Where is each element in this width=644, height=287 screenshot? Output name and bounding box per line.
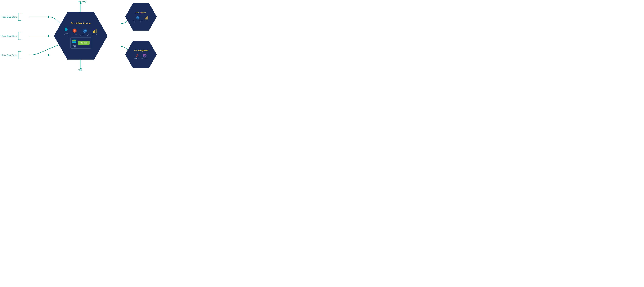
center-hex-shape: Credit Monitoring Data Factory [54, 12, 108, 59]
discovery-label: Discovery [78, 0, 86, 2]
svg-point-35 [144, 56, 145, 57]
read-data-store-top: Read Data Store [2, 13, 21, 21]
risk-management-title: Risk Management [134, 50, 148, 51]
svg-point-23 [72, 40, 76, 41]
loan-approval-hex: Loan Approval Synapse Analytics [125, 3, 157, 30]
bracket-1 [18, 13, 21, 21]
mlservice-icon-item: ML Service [134, 53, 140, 59]
svg-point-1 [48, 35, 49, 37]
bracket-2 [18, 32, 21, 40]
risk-management-hex-shape: Risk Management ML Service [125, 41, 157, 68]
bracket-3 [18, 51, 21, 59]
svg-point-37 [146, 55, 146, 56]
svg-point-32 [138, 56, 138, 57]
synapse-small-label: Synapse Analytics [134, 20, 142, 21]
databricks-icon-item: Databricks [72, 28, 78, 36]
svg-rect-25 [145, 18, 146, 19]
read-store-label-3: Read Data Store [2, 54, 17, 56]
svg-rect-9 [65, 27, 67, 28]
mlservice-icon [135, 53, 140, 58]
powerbi-small-label: PowerBI [144, 20, 148, 21]
mlservice-label: ML Service [134, 58, 140, 59]
datalake-icon-item: Data Lake [72, 38, 77, 47]
synapse-icon [82, 28, 88, 33]
main-canvas: Read Data Store Read Data Store Read Dat… [0, 0, 162, 72]
svg-point-36 [143, 55, 144, 56]
powerbi-small-icon-item: PowerBI [144, 15, 148, 21]
svg-point-0 [48, 16, 49, 18]
kubernetes-label: Kubernetes [142, 58, 148, 59]
kubernetes-icon-item: Kubernetes [142, 53, 148, 59]
svg-point-28 [136, 54, 138, 55]
loan-approval-title: Loan Approval [136, 12, 146, 14]
read-store-label-2: Read Data Store [2, 35, 17, 37]
svg-point-21 [72, 42, 76, 43]
svg-rect-16 [93, 31, 94, 33]
svg-point-3 [80, 2, 82, 4]
risk-management-hex: Risk Management ML Service [125, 41, 157, 68]
curated-badge: Curated [78, 41, 90, 45]
discovery-text: Discovery [78, 0, 86, 2]
synapse-label: Synapse Analytics [80, 34, 90, 36]
svg-rect-10 [66, 29, 68, 30]
datalake-icon [72, 38, 77, 44]
svg-point-38 [143, 54, 144, 55]
svg-point-42 [144, 55, 145, 56]
svg-point-2 [48, 54, 49, 56]
synapse-icon-item: Synapse Analytics [80, 28, 90, 36]
data-factory-icon-item: Data Factory [64, 26, 70, 36]
svg-point-34 [144, 54, 145, 54]
svg-point-31 [136, 56, 137, 57]
powerbi-icon [92, 28, 98, 33]
svg-rect-17 [94, 30, 95, 33]
databricks-icon [72, 28, 78, 33]
audit-text: Audit [78, 69, 82, 71]
svg-rect-11 [66, 30, 68, 30]
read-data-store-middle: Read Data Store [2, 32, 21, 40]
svg-rect-18 [96, 29, 96, 33]
data-factory-icon [64, 26, 70, 32]
svg-point-39 [146, 54, 146, 55]
risk-management-icons: ML Service [134, 53, 148, 59]
center-hex-title: Credit Monitoring [71, 22, 91, 24]
powerbi-small-icon [144, 15, 148, 20]
synapse-small-icon-item: Synapse Analytics [134, 15, 142, 21]
synapse-small-icon [136, 15, 140, 20]
datalake-label: Data Lake [73, 44, 76, 47]
kubernetes-icon [142, 53, 147, 58]
loan-approval-hex-shape: Loan Approval Synapse Analytics [125, 3, 157, 30]
center-bottom-row: Data Lake Curated [70, 37, 91, 48]
data-factory-label: Data Factory [64, 33, 68, 36]
svg-point-41 [146, 56, 146, 57]
audit-label: Audit [78, 69, 82, 71]
databricks-label: Databricks [72, 34, 78, 36]
read-store-label-1: Read Data Store [2, 16, 17, 18]
powerbi-label: PowerBI [92, 34, 97, 36]
loan-approval-icons: Synapse Analytics PowerBI [134, 15, 149, 21]
svg-rect-27 [147, 16, 148, 19]
center-hexagon: Credit Monitoring Data Factory [54, 12, 108, 59]
read-data-store-bottom: Read Data Store [2, 51, 21, 59]
powerbi-icon-item: PowerBI [92, 28, 98, 36]
svg-point-40 [143, 56, 144, 57]
datalake-box: Data Lake Curated [70, 37, 91, 48]
center-icons-row: Data Factory Databricks [64, 26, 98, 36]
svg-rect-26 [146, 17, 147, 19]
